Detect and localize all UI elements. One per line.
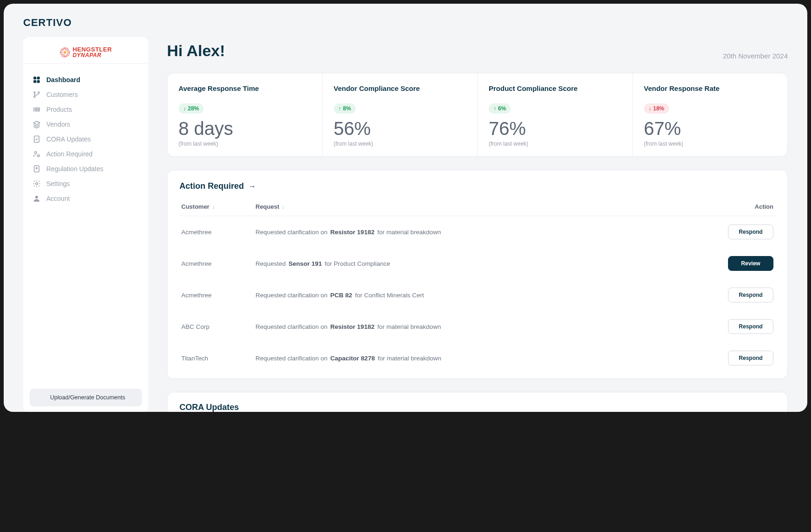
arrow-up-icon: ↑: [493, 105, 496, 112]
sidebar-item-label: CORA Updates: [46, 135, 91, 143]
kpi-card: Average Response Time↓28%8 days(from las…: [167, 73, 323, 156]
col-customer[interactable]: Customer ↓: [181, 203, 255, 210]
kpi-title: Product Compliance Score: [489, 84, 621, 92]
row-customer: Acmethree: [181, 229, 255, 236]
sidebar-item-regulation-updates[interactable]: Regulation Updates: [28, 161, 144, 176]
action-row: AcmethreeRequested Sensor 191 for Produc…: [179, 248, 775, 279]
row-request: Requested clarification on Capacitor 827…: [255, 355, 709, 362]
svg-rect-2: [33, 80, 36, 83]
grid-icon: [32, 76, 41, 84]
kpi-delta: ↑8%: [334, 103, 356, 114]
kpi-delta-value: 28%: [188, 105, 199, 112]
main-content: Hi Alex! 20th November 2024 Average Resp…: [167, 37, 807, 412]
sidebar-item-account[interactable]: Account: [28, 191, 144, 206]
respond-button[interactable]: Respond: [728, 319, 773, 334]
sidebar-item-vendors[interactable]: Vendors: [28, 117, 144, 132]
kpi-cards: Average Response Time↓28%8 days(from las…: [167, 73, 788, 157]
sidebar: HENGSTLER DYNAPAR DashboardCustomersProd…: [23, 37, 148, 412]
sidebar-nav: DashboardCustomersProductsVendorsCORA Up…: [23, 64, 148, 382]
kpi-delta-value: 18%: [653, 105, 664, 112]
svg-point-11: [36, 183, 38, 185]
col-action: Action: [709, 203, 773, 210]
kpi-delta: ↑6%: [489, 103, 511, 114]
kpi-title: Vendor Response Rate: [644, 84, 777, 92]
arrow-right-icon: →: [249, 182, 256, 191]
sidebar-item-action-required[interactable]: Action Required: [28, 147, 144, 161]
sidebar-item-cora-updates[interactable]: CORA Updates: [28, 132, 144, 147]
respond-button[interactable]: Respond: [728, 224, 773, 239]
sidebar-item-customers[interactable]: Customers: [28, 87, 144, 102]
arrow-down-icon: ↓: [183, 105, 186, 112]
cora-updates-title: CORA Updates: [179, 403, 775, 412]
row-customer: Acmethree: [181, 260, 255, 267]
sidebar-item-label: Regulation Updates: [46, 165, 103, 173]
person-gear-icon: [32, 150, 41, 158]
kpi-title: Vendor Compliance Score: [334, 84, 466, 92]
kpi-note: (from last week): [644, 141, 777, 147]
row-request: Requested clarification on Resistor 1918…: [255, 229, 709, 236]
kpi-note: (from last week): [334, 141, 466, 147]
action-required-card: Action Required → Customer ↓ Request ↓ A…: [167, 170, 788, 379]
kpi-value: 8 days: [179, 118, 311, 139]
kpi-card: Product Compliance Score↑6%76%(from last…: [478, 73, 633, 156]
row-request: Requested clarification on PCB 82 for Co…: [255, 292, 709, 299]
doc-arrow-icon: [32, 165, 41, 173]
row-request: Requested clarification on Resistor 1918…: [255, 323, 709, 330]
action-row: AcmethreeRequested clarification on Resi…: [179, 216, 775, 248]
sidebar-item-products[interactable]: Products: [28, 102, 144, 117]
svg-point-5: [34, 96, 35, 97]
svg-rect-1: [37, 77, 40, 79]
svg-point-4: [34, 92, 35, 93]
kpi-card: Vendor Response Rate↓18%67%(from last we…: [633, 73, 788, 156]
svg-point-12: [35, 196, 38, 199]
row-customer: Acmethree: [181, 292, 255, 299]
arrow-up-icon: ↑: [338, 105, 341, 112]
sidebar-item-label: Vendors: [46, 121, 70, 128]
header-row: Hi Alex! 20th November 2024: [167, 42, 788, 60]
row-request: Requested Sensor 191 for Product Complia…: [255, 260, 709, 267]
greeting: Hi Alex!: [167, 42, 225, 60]
kpi-card: Vendor Compliance Score↑8%56%(from last …: [323, 73, 478, 156]
kpi-value: 67%: [644, 118, 777, 139]
kpi-value: 56%: [334, 118, 466, 139]
action-table-head: Customer ↓ Request ↓ Action: [179, 199, 775, 216]
sidebar-item-label: Action Required: [46, 150, 93, 158]
col-request[interactable]: Request ↓: [255, 203, 709, 210]
row-customer: ABC Corp: [181, 323, 255, 330]
sidebar-item-label: Products: [46, 106, 72, 113]
action-required-title[interactable]: Action Required →: [179, 181, 775, 191]
svg-point-9: [38, 155, 40, 157]
action-row: ABC CorpRequested clarification on Resis…: [179, 311, 775, 342]
sort-down-icon: ↓: [282, 204, 285, 210]
action-row: TitanTechRequested clarification on Capa…: [179, 342, 775, 374]
kpi-delta-value: 6%: [498, 105, 506, 112]
svg-point-8: [35, 152, 37, 154]
gear-icon: [32, 179, 41, 188]
upload-generate-button[interactable]: Upload/Generate Documents: [30, 389, 142, 406]
action-row: AcmethreeRequested clarification on PCB …: [179, 279, 775, 311]
review-button[interactable]: Review: [728, 256, 773, 271]
sort-down-icon: ↓: [212, 204, 215, 210]
sidebar-item-settings[interactable]: Settings: [28, 176, 144, 191]
sidebar-item-label: Account: [46, 195, 70, 202]
svg-rect-0: [33, 77, 36, 79]
kpi-value: 76%: [489, 118, 621, 139]
kpi-note: (from last week): [179, 141, 311, 147]
org-logo: HENGSTLER DYNAPAR: [23, 37, 148, 64]
respond-button[interactable]: Respond: [728, 288, 773, 302]
kpi-delta: ↓28%: [179, 103, 204, 114]
brand-logo: CERTIVO: [23, 17, 807, 29]
org-burst-icon: [60, 47, 70, 58]
barcode-icon: [32, 105, 41, 114]
sidebar-item-dashboard[interactable]: Dashboard: [28, 72, 144, 87]
cora-updates-card: CORA Updates: [167, 392, 788, 412]
kpi-note: (from last week): [489, 141, 621, 147]
person-icon: [32, 194, 41, 203]
svg-point-6: [38, 92, 39, 93]
sidebar-item-label: Dashboard: [46, 76, 80, 83]
kpi-title: Average Response Time: [179, 84, 311, 92]
header-date: 20th November 2024: [723, 52, 788, 60]
respond-button[interactable]: Respond: [728, 351, 773, 365]
svg-rect-3: [37, 80, 40, 83]
brand-row: CERTIVO: [4, 4, 807, 37]
